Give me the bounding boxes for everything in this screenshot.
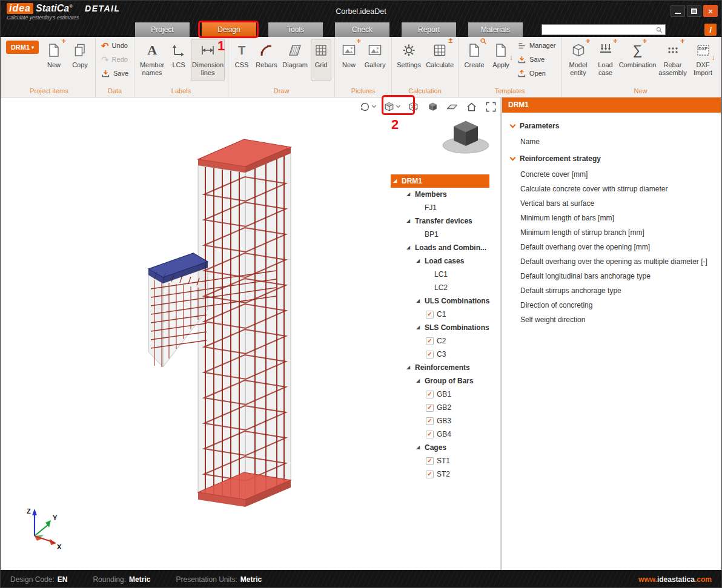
- property-row-name[interactable]: Name: [502, 134, 721, 149]
- minimize-button[interactable]: [671, 5, 685, 17]
- website-link[interactable]: www.ideastatica.com: [638, 575, 712, 584]
- template-manager-button[interactable]: Manager: [515, 39, 558, 52]
- expander-icon[interactable]: ◢: [406, 219, 414, 223]
- lcs-button[interactable]: LCS: [168, 39, 189, 81]
- expander-icon[interactable]: ◢: [416, 378, 423, 383]
- gallery-button[interactable]: Gallery: [362, 39, 388, 81]
- project-item-selector[interactable]: DRM1 ▾: [6, 41, 39, 54]
- navigation-cube[interactable]: [440, 117, 491, 156]
- tree-item-c1[interactable]: ✓C1: [391, 308, 489, 321]
- checkbox[interactable]: ✓: [426, 417, 434, 425]
- rebars-button[interactable]: Rebars: [254, 39, 279, 81]
- maximize-button[interactable]: [687, 5, 701, 17]
- model-entity-button[interactable]: + Model entity: [565, 39, 592, 81]
- tree-item-c3[interactable]: ✓C3: [391, 348, 489, 361]
- workplane-view-button[interactable]: [445, 99, 459, 114]
- home-view-button[interactable]: [465, 99, 479, 114]
- property-row-longitudinal-anchorage[interactable]: Default longitudinal bars anchorage type: [502, 269, 721, 283]
- tree-item-load-cases[interactable]: ◢Load cases: [391, 254, 489, 268]
- tree-item-bp1[interactable]: BP1: [391, 228, 489, 241]
- expander-icon[interactable]: ◢: [393, 179, 400, 183]
- tree-item-group-of-bars[interactable]: ◢Group of Bars: [391, 374, 489, 388]
- template-save-button[interactable]: Save: [515, 53, 558, 66]
- checkbox[interactable]: ✓: [426, 457, 434, 465]
- tree-item-sls-combinations[interactable]: ◢SLS Combinations: [391, 321, 489, 334]
- checkbox[interactable]: ✓: [426, 404, 434, 412]
- tab-design[interactable]: Design: [202, 22, 256, 37]
- expander-icon[interactable]: ◢: [416, 299, 423, 303]
- orbit-view-button[interactable]: [358, 99, 377, 114]
- property-row-overhang-mm[interactable]: Default overhang over the opening [mm]: [502, 240, 721, 254]
- property-row-self-weight[interactable]: Self weight direction: [502, 312, 721, 327]
- tree-item-loads-and-combinations[interactable]: ◢Loads and Combin...: [391, 241, 489, 254]
- copy-project-item-button[interactable]: Copy: [68, 39, 92, 81]
- wireframe-view-button[interactable]: [406, 99, 420, 114]
- property-row-concrete-cover[interactable]: Concrete cover [mm]: [502, 167, 721, 182]
- rebar-assembly-button[interactable]: + Rebar assembly: [658, 39, 688, 81]
- expander-icon[interactable]: ◢: [416, 259, 423, 263]
- property-row-stirrups-anchorage[interactable]: Default stirrups anchorage type: [502, 283, 721, 298]
- tree-item-gb1[interactable]: ✓GB1: [391, 388, 489, 401]
- property-row-min-length-stirrup[interactable]: Minimum length of stirrup branch [mm]: [502, 225, 721, 240]
- view-preset-dropdown[interactable]: [382, 99, 401, 114]
- new-picture-button[interactable]: + New: [338, 39, 360, 81]
- tab-check[interactable]: Check: [335, 22, 389, 37]
- tree-item-gb4[interactable]: ✓GB4: [391, 428, 489, 441]
- solid-view-button[interactable]: [426, 99, 440, 114]
- expander-icon[interactable]: ◢: [406, 192, 414, 197]
- tab-report[interactable]: Report: [402, 22, 456, 37]
- property-row-vertical-bars[interactable]: Vertical bars at surface: [502, 196, 721, 211]
- checkbox[interactable]: ✓: [426, 311, 434, 319]
- tree-item-lc1[interactable]: LC1: [391, 268, 489, 281]
- tree-item-gb2[interactable]: ✓GB2: [391, 401, 489, 414]
- settings-button[interactable]: Settings: [395, 39, 423, 81]
- create-template-button[interactable]: Create: [462, 39, 487, 81]
- tree-item-drm1[interactable]: ◢DRM1: [391, 174, 489, 188]
- save-button[interactable]: Save: [99, 67, 131, 80]
- template-open-button[interactable]: Open: [515, 67, 558, 80]
- checkbox[interactable]: ✓: [426, 431, 434, 438]
- checkbox[interactable]: ✓: [426, 351, 434, 358]
- undo-button[interactable]: ↶Undo: [99, 39, 130, 52]
- viewport-3d[interactable]: ◢DRM1 ◢Members FJ1 ◢Transfer devices BP1…: [1, 97, 502, 570]
- expander-icon[interactable]: ◢: [406, 245, 414, 250]
- tree-item-cages[interactable]: ◢Cages: [391, 441, 489, 454]
- search-input[interactable]: [542, 25, 655, 35]
- property-row-calc-cover[interactable]: Calculate concrete cover with stirrup di…: [502, 182, 721, 196]
- tab-materials[interactable]: Materials: [468, 22, 523, 37]
- tree-item-st1[interactable]: ✓ST1: [391, 454, 489, 467]
- grid-button[interactable]: Grid: [311, 39, 331, 81]
- tree-item-fj1[interactable]: FJ1: [391, 201, 489, 214]
- expander-icon[interactable]: ◢: [406, 365, 414, 370]
- apply-template-button[interactable]: ↓ Apply: [489, 39, 513, 81]
- checkbox[interactable]: ✓: [426, 337, 434, 345]
- property-row-overhang-multiple[interactable]: Default overhang over the opening as mul…: [502, 254, 721, 269]
- tree-item-reinforcements[interactable]: ◢Reinforcements: [391, 361, 489, 374]
- close-button[interactable]: ×: [703, 5, 718, 17]
- dimension-lines-button[interactable]: Dimension lines: [191, 39, 225, 81]
- tab-project[interactable]: Project: [135, 22, 190, 37]
- tree-item-c2[interactable]: ✓C2: [391, 334, 489, 348]
- css-button[interactable]: T CSS: [231, 39, 252, 81]
- combination-button[interactable]: ∑+ Combination: [620, 39, 656, 81]
- new-project-item-button[interactable]: + New: [42, 39, 66, 81]
- tree-item-gb3[interactable]: ✓GB3: [391, 414, 489, 428]
- tree-item-uls-combinations[interactable]: ◢ULS Combinations: [391, 294, 489, 308]
- load-case-button[interactable]: + Load case: [594, 39, 618, 81]
- property-row-direction-concreting[interactable]: Direction of concreting: [502, 298, 721, 312]
- diagram-button[interactable]: Diagram: [281, 39, 309, 81]
- zoom-fit-button[interactable]: [484, 99, 498, 114]
- tab-tools[interactable]: Tools: [268, 22, 323, 37]
- calculate-button[interactable]: ± Calculate: [425, 39, 455, 81]
- redo-button[interactable]: ↷Redo: [99, 53, 130, 66]
- checkbox[interactable]: ✓: [426, 391, 434, 398]
- expander-icon[interactable]: ◢: [416, 325, 423, 330]
- tree-item-lc2[interactable]: LC2: [391, 281, 489, 294]
- expander-icon[interactable]: ◢: [416, 445, 423, 450]
- tree-item-transfer-devices[interactable]: ◢Transfer devices: [391, 214, 489, 228]
- member-names-button[interactable]: A Member names: [137, 39, 167, 81]
- section-parameters[interactable]: Parameters: [502, 116, 721, 134]
- search-icon[interactable]: [655, 26, 665, 34]
- tree-item-members[interactable]: ◢Members: [391, 188, 489, 201]
- info-button[interactable]: i: [704, 24, 717, 36]
